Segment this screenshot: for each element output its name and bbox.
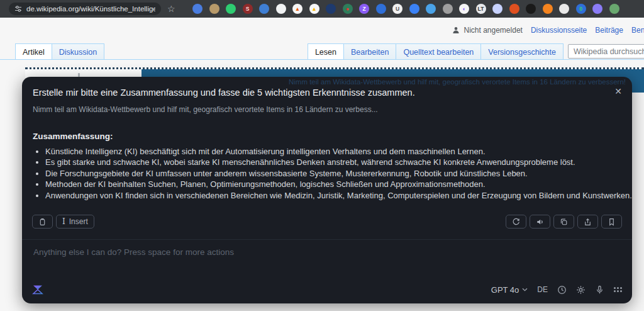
extension-icon[interactable] [192,4,203,14]
apps-grid-icon[interactable] [614,287,622,292]
extension-icon[interactable]: 0 [576,4,586,14]
bookmark-save-button[interactable] [601,215,622,229]
summary-bullet: Anwendungen von KI finden sich in versch… [45,190,632,201]
copy-response-button[interactable] [553,215,574,229]
browser-toolbar: de.wikipedia.org/wiki/Künstliche_Intelli… [0,0,644,18]
extension-icon[interactable]: ◐ [459,4,469,14]
prompt-title: Erstelle mir bitte eine Zusammenfassung … [33,88,415,98]
followup-input[interactable] [33,244,474,259]
model-label: GPT 4o [491,285,519,295]
read-aloud-button[interactable] [530,215,550,229]
copy-clipboard-button[interactable] [32,215,53,229]
context-snippet: Nimm teil am Wikidata-Wettbewerb und hil… [33,105,378,114]
summary-bullet: Es gibt starke und schwache KI, wobei st… [45,157,632,167]
extension-icon[interactable]: LT [476,4,486,14]
summary-bullet-list: Künstliche Intelligenz (KI) beschäftigt … [36,146,632,201]
regenerate-button[interactable] [506,215,526,229]
extension-icon[interactable] [409,4,419,14]
input-divider [22,239,632,240]
extension-icon[interactable]: ▲ [309,4,319,14]
extension-icon[interactable] [559,4,569,14]
tab-edit-source[interactable]: Quelltext bearbeiten [396,43,481,59]
summary-bullet: Künstliche Intelligenz (KI) beschäftigt … [45,146,632,157]
logged-out-label: Nicht angemeldet [464,26,523,35]
tab-article[interactable]: Artikel [15,43,52,59]
extension-icon[interactable] [259,4,269,14]
assistant-panel: Nimm teil am Wikidata-Wettbewerb und hil… [22,77,632,303]
language-selector[interactable]: DE [537,285,548,294]
extension-icon[interactable] [592,4,602,14]
insert-button-label: Insert [69,217,88,226]
microphone-icon[interactable] [595,285,604,295]
tab-read[interactable]: Lesen [308,43,344,59]
extension-icon[interactable] [376,4,386,14]
user-icon [452,26,460,34]
extension-icon[interactable]: Z [359,4,369,14]
talk-page-link[interactable]: Diskussionsseite [531,26,587,35]
settings-gear-icon[interactable] [576,285,586,295]
close-icon[interactable]: ✕ [614,86,622,96]
extension-icon[interactable] [426,4,436,14]
extension-icon[interactable] [509,4,519,14]
screenshot-root: { "browser": { "url": "de.wikipedia.org/… [0,0,644,311]
extension-icon[interactable] [443,4,453,14]
share-export-button[interactable] [577,215,598,229]
bottom-controls: GPT 4o DE [491,285,622,295]
insert-button[interactable]: I Insert [56,215,94,229]
extension-icon[interactable] [276,4,286,14]
tab-history[interactable]: Versionsgeschichte [480,43,564,59]
extension-icon[interactable] [492,4,502,14]
assistant-bottom-bar: GPT 4o DE [32,281,622,298]
namespace-tabs: Artikel Diskussion [15,43,104,59]
site-settings-icon[interactable] [14,5,22,13]
extension-icon[interactable] [609,4,619,14]
chevron-down-icon [522,288,528,291]
history-clock-icon[interactable] [557,285,567,295]
url-text: de.wikipedia.org/wiki/Künstliche_Intelli… [26,5,155,13]
extension-icon[interactable] [209,4,219,14]
extension-icon[interactable]: S [243,4,253,14]
tab-discussion[interactable]: Diskussion [52,43,104,59]
bookmark-star-icon[interactable]: ☆ [167,3,175,15]
summary-bullet: Die Forschungsgebiete der KI umfassen un… [45,168,632,179]
contributions-link[interactable]: Beiträge [595,26,623,35]
account-link[interactable]: Benu [631,26,644,35]
left-actions: I Insert [32,215,94,229]
extensions-row: S ▲ ▲ ● Z U ◐ LT [192,4,619,14]
right-actions [506,215,622,229]
extension-icon[interactable] [526,4,536,14]
ibeam-cursor-icon: I [62,217,65,226]
view-tabs: Lesen Bearbeiten Quelltext bearbeiten Ve… [308,43,563,59]
extension-icon[interactable]: ● [343,4,353,14]
extension-icon[interactable] [543,4,553,14]
extension-icon[interactable] [226,4,236,14]
personal-bar: Nicht angemeldet Diskussionsseite Beiträ… [452,26,644,35]
address-bar[interactable]: de.wikipedia.org/wiki/Künstliche_Intelli… [9,3,161,15]
summary-bullet: Methoden der KI beinhalten Suchen, Plane… [45,179,632,189]
banner-ghost-text: Nimm teil am Wikidata-Wettbewerb und hil… [211,78,626,86]
sider-logo-icon[interactable] [32,284,43,295]
wikipedia-search-input[interactable] [568,44,644,59]
extension-icon[interactable]: ▲ [292,4,303,14]
extension-icon[interactable]: U [392,4,402,14]
model-selector[interactable]: GPT 4o [491,285,528,295]
summary-heading: Zusammenfassung: [33,132,113,141]
extension-icon[interactable] [326,4,336,14]
tab-edit[interactable]: Bearbeiten [343,43,396,59]
response-action-row: I Insert [32,215,622,229]
